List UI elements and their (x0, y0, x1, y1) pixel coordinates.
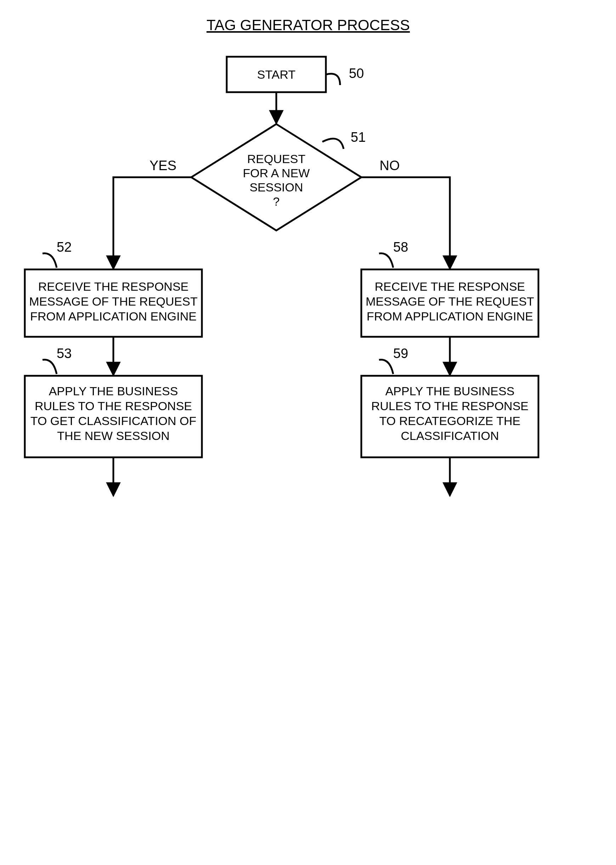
n59-l4: CLASSIFICATION (401, 429, 499, 443)
n53-l3: TO GET CLASSIFICATION OF (30, 414, 196, 427)
ref-51: 51 (351, 130, 366, 145)
yes-label: YES (149, 158, 176, 173)
n52-l2: MESSAGE OF THE REQUEST (29, 295, 197, 308)
node-start: START 50 (227, 57, 364, 92)
node-decision: REQUEST FOR A NEW SESSION ? 51 (191, 124, 366, 230)
start-label: START (257, 68, 295, 81)
n58-l2: MESSAGE OF THE REQUEST (366, 295, 534, 308)
n53-l4: THE NEW SESSION (57, 429, 169, 443)
flowchart: TAG GENERATOR PROCESS START 50 REQUEST F… (0, 0, 616, 865)
decision-text-4: ? (273, 195, 280, 208)
ref-52: 52 (57, 239, 72, 255)
n58-l3: FROM APPLICATION ENGINE (367, 309, 533, 323)
decision-text-3: SESSION (249, 180, 303, 194)
n59-l1: APPLY THE BUSINESS (385, 384, 515, 398)
ref-59: 59 (393, 346, 408, 361)
diagram-title: TAG GENERATOR PROCESS (206, 17, 410, 33)
ref-58: 58 (393, 239, 408, 255)
n59-l2: RULES TO THE RESPONSE (371, 399, 528, 413)
n53-l2: RULES TO THE RESPONSE (35, 399, 192, 413)
n58-l1: RECEIVE THE RESPONSE (375, 280, 525, 293)
edge-no (361, 177, 450, 269)
ref-50: 50 (349, 66, 364, 81)
n52-l1: RECEIVE THE RESPONSE (38, 280, 189, 293)
edge-yes (113, 177, 191, 269)
decision-text-1: REQUEST (247, 152, 305, 165)
n52-l3: FROM APPLICATION ENGINE (30, 309, 196, 323)
decision-text-2: FOR A NEW (243, 166, 310, 180)
n53-l1: APPLY THE BUSINESS (49, 384, 178, 398)
n59-l3: TO RECATEGORIZE THE (379, 414, 521, 427)
ref-53: 53 (57, 346, 72, 361)
no-label: NO (380, 158, 400, 173)
